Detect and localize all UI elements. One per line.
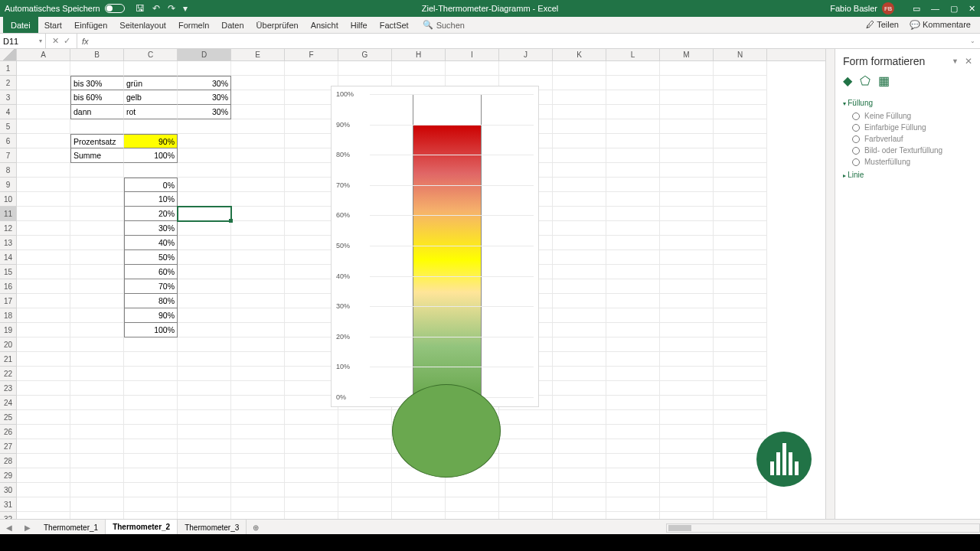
cell-L21[interactable] bbox=[606, 352, 660, 367]
cell-L10[interactable] bbox=[606, 192, 660, 207]
cell-C8[interactable] bbox=[124, 163, 178, 178]
cell-D11[interactable] bbox=[178, 207, 231, 221]
cell-M18[interactable] bbox=[660, 308, 714, 323]
new-sheet-button[interactable]: ⊕ bbox=[247, 523, 265, 532]
cell-N5[interactable] bbox=[714, 119, 767, 134]
cell-A31[interactable] bbox=[17, 497, 70, 512]
cell-A13[interactable] bbox=[17, 236, 70, 250]
cell-N32[interactable] bbox=[714, 512, 767, 519]
cell-A25[interactable] bbox=[17, 410, 70, 425]
cell-E7[interactable] bbox=[231, 148, 285, 163]
user-account[interactable]: Fabio Basler FB bbox=[830, 2, 894, 15]
horizontal-scrollbar[interactable] bbox=[666, 523, 980, 533]
cell-B2[interactable]: bis 30% bbox=[70, 76, 124, 90]
cell-L13[interactable] bbox=[606, 236, 660, 250]
cell-L24[interactable] bbox=[606, 396, 660, 410]
cell-L23[interactable] bbox=[606, 381, 660, 396]
cell-M1[interactable] bbox=[660, 61, 714, 76]
cell-C20[interactable] bbox=[124, 337, 178, 352]
row-header[interactable]: 25 bbox=[0, 410, 17, 425]
cell-A6[interactable] bbox=[17, 134, 70, 148]
fill-option[interactable]: Einfarbige Füllung bbox=[843, 122, 972, 133]
cell-H31[interactable] bbox=[392, 497, 446, 512]
col-header[interactable]: D bbox=[178, 49, 231, 60]
cell-G32[interactable] bbox=[338, 512, 392, 519]
cell-B17[interactable] bbox=[70, 294, 124, 308]
cell-K3[interactable] bbox=[553, 90, 606, 105]
cell-K22[interactable] bbox=[553, 367, 606, 381]
row-header[interactable]: 24 bbox=[0, 396, 17, 410]
cell-G29[interactable] bbox=[338, 468, 392, 483]
cell-K25[interactable] bbox=[553, 410, 606, 425]
cell-C23[interactable] bbox=[124, 381, 178, 396]
cell-E19[interactable] bbox=[231, 323, 285, 337]
cell-E9[interactable] bbox=[231, 178, 285, 192]
cell-K30[interactable] bbox=[553, 483, 606, 497]
row-header[interactable]: 10 bbox=[0, 192, 17, 207]
cell-N19[interactable] bbox=[714, 323, 767, 337]
cell-N15[interactable] bbox=[714, 265, 767, 279]
cell-C4[interactable]: rot bbox=[124, 105, 178, 119]
cell-M24[interactable] bbox=[660, 396, 714, 410]
cell-K11[interactable] bbox=[553, 207, 606, 221]
cell-J32[interactable] bbox=[499, 512, 553, 519]
cell-M14[interactable] bbox=[660, 250, 714, 265]
cell-K15[interactable] bbox=[553, 265, 606, 279]
cell-C25[interactable] bbox=[124, 410, 178, 425]
cell-A18[interactable] bbox=[17, 308, 70, 323]
cell-L20[interactable] bbox=[606, 337, 660, 352]
cell-K19[interactable] bbox=[553, 323, 606, 337]
cell-N3[interactable] bbox=[714, 90, 767, 105]
cell-B29[interactable] bbox=[70, 468, 124, 483]
cell-L14[interactable] bbox=[606, 250, 660, 265]
cell-N10[interactable] bbox=[714, 192, 767, 207]
cell-C27[interactable] bbox=[124, 439, 178, 454]
cell-D15[interactable] bbox=[178, 265, 231, 279]
cell-A10[interactable] bbox=[17, 192, 70, 207]
cell-K16[interactable] bbox=[553, 279, 606, 294]
cell-A26[interactable] bbox=[17, 425, 70, 439]
sheet-tab[interactable]: Thermometer_2 bbox=[106, 520, 178, 536]
cell-M12[interactable] bbox=[660, 221, 714, 236]
cell-L2[interactable] bbox=[606, 76, 660, 90]
cell-N2[interactable] bbox=[714, 76, 767, 90]
minimize-icon[interactable]: ― bbox=[931, 4, 939, 13]
cell-N13[interactable] bbox=[714, 236, 767, 250]
cell-A32[interactable] bbox=[17, 512, 70, 519]
cell-L15[interactable] bbox=[606, 265, 660, 279]
cell-C9[interactable]: 0% bbox=[124, 178, 178, 192]
cell-D28[interactable] bbox=[178, 454, 231, 468]
cell-M21[interactable] bbox=[660, 352, 714, 367]
cell-D20[interactable] bbox=[178, 337, 231, 352]
cell-C10[interactable]: 10% bbox=[124, 192, 178, 207]
row-header[interactable]: 31 bbox=[0, 497, 17, 512]
cell-E1[interactable] bbox=[231, 61, 285, 76]
cell-B27[interactable] bbox=[70, 439, 124, 454]
cell-C32[interactable] bbox=[124, 512, 178, 519]
cell-E2[interactable] bbox=[231, 76, 285, 90]
cell-A22[interactable] bbox=[17, 367, 70, 381]
cell-L31[interactable] bbox=[606, 497, 660, 512]
pane-options-icon[interactable]: ▼ bbox=[952, 57, 959, 65]
cell-B3[interactable]: bis 60% bbox=[70, 90, 124, 105]
search-box[interactable]: 🔍 Suchen bbox=[423, 20, 465, 30]
cell-J25[interactable] bbox=[499, 410, 553, 425]
cell-E11[interactable] bbox=[231, 207, 285, 221]
cell-A20[interactable] bbox=[17, 337, 70, 352]
cell-B15[interactable] bbox=[70, 265, 124, 279]
tab-formeln[interactable]: Formeln bbox=[172, 17, 215, 33]
cell-A2[interactable] bbox=[17, 76, 70, 90]
cell-M27[interactable] bbox=[660, 439, 714, 454]
cell-L28[interactable] bbox=[606, 454, 660, 468]
cell-L4[interactable] bbox=[606, 105, 660, 119]
cell-L32[interactable] bbox=[606, 512, 660, 519]
cell-D10[interactable] bbox=[178, 192, 231, 207]
cell-C11[interactable]: 20% bbox=[124, 207, 178, 221]
cell-M10[interactable] bbox=[660, 192, 714, 207]
pane-close-icon[interactable]: ✕ bbox=[965, 56, 972, 67]
thermometer-chart[interactable]: 0%10%20%30%40%50%60%70%80%90%100% bbox=[331, 86, 539, 407]
cell-L26[interactable] bbox=[606, 425, 660, 439]
cell-F29[interactable] bbox=[285, 468, 338, 483]
cell-C30[interactable] bbox=[124, 483, 178, 497]
cell-E32[interactable] bbox=[231, 512, 285, 519]
